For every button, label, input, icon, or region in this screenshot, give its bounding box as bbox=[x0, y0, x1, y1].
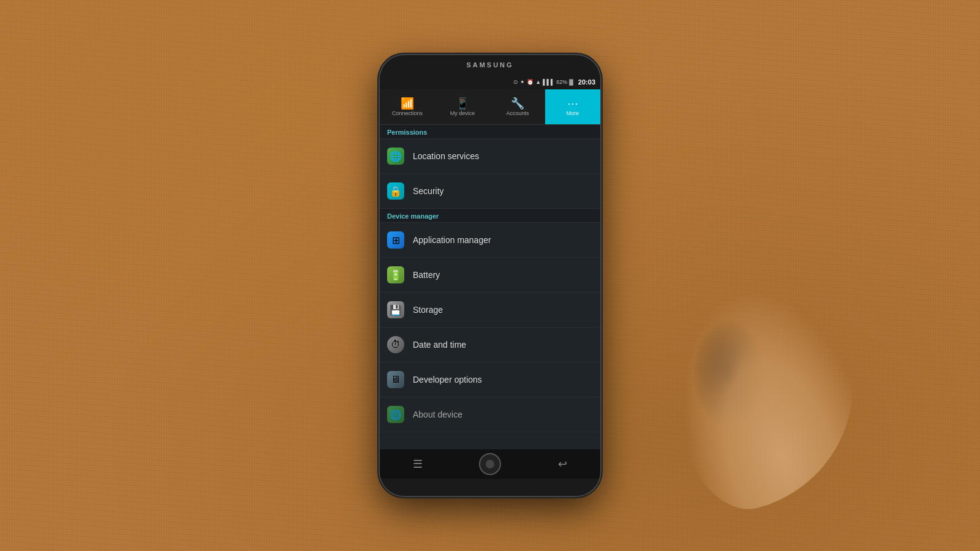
bluetooth-icon: ✦ bbox=[520, 79, 525, 85]
tab-accounts[interactable]: 🔧 Accounts bbox=[490, 89, 545, 124]
home-button[interactable] bbox=[479, 453, 501, 475]
connections-label: Connections bbox=[392, 110, 423, 116]
alarm-icon: ⏰ bbox=[527, 79, 533, 85]
battery-setting-icon: 🔋 bbox=[387, 266, 404, 283]
signal-icon: ▌▌▌ bbox=[543, 79, 554, 85]
location-services-icon: 🌐 bbox=[387, 148, 404, 165]
about-device-icon: 🌐 bbox=[387, 406, 404, 423]
date-time-icon: ⏱ bbox=[387, 336, 404, 353]
accounts-icon: 🔧 bbox=[511, 98, 524, 109]
status-icons: ⊙ ✦ ⏰ ▲ ▌▌▌ 62% ▓ bbox=[513, 79, 573, 85]
setting-item-battery[interactable]: 🔋 Battery bbox=[380, 258, 600, 293]
back-button[interactable]: ↩ bbox=[548, 452, 577, 476]
battery-percentage: 62% bbox=[556, 79, 567, 85]
setting-item-application-manager[interactable]: ⊞ Application manager bbox=[380, 223, 600, 258]
date-time-label: Date and time bbox=[413, 340, 466, 350]
status-bar: ⊙ ✦ ⏰ ▲ ▌▌▌ 62% ▓ 20:03 bbox=[380, 75, 600, 89]
developer-options-label: Developer options bbox=[413, 375, 482, 384]
tab-bar: 📶 Connections 📱 My device 🔧 Accounts ⋯ M… bbox=[380, 89, 600, 125]
samsung-logo: SAMSUNG bbox=[466, 61, 513, 69]
my-device-label: My device bbox=[450, 110, 475, 116]
application-manager-icon: ⊞ bbox=[387, 231, 404, 249]
scene: SAMSUNG ⊙ ✦ ⏰ ▲ ▌▌▌ 62% ▓ 20:03 bbox=[0, 0, 980, 551]
battery-label: Battery bbox=[413, 270, 440, 280]
about-device-label: About device bbox=[413, 410, 462, 419]
security-label: Security bbox=[413, 186, 444, 196]
tab-connections[interactable]: 📶 Connections bbox=[380, 89, 435, 124]
security-icon: 🔒 bbox=[387, 182, 404, 200]
screen: ⊙ ✦ ⏰ ▲ ▌▌▌ 62% ▓ 20:03 📶 Connections 📱 bbox=[380, 75, 600, 449]
application-manager-label: Application manager bbox=[413, 235, 491, 245]
tab-more[interactable]: ⋯ More bbox=[545, 89, 600, 124]
setting-item-location-services[interactable]: 🌐 Location services bbox=[380, 139, 600, 174]
storage-label: Storage bbox=[413, 305, 443, 315]
time-display: 20:03 bbox=[578, 78, 595, 86]
section-header-permissions: Permissions bbox=[380, 125, 600, 139]
my-device-icon: 📱 bbox=[456, 98, 469, 109]
bottom-navigation: ☰ ↩ bbox=[380, 449, 600, 479]
hand-overlay bbox=[649, 268, 882, 522]
network-icon: ▲ bbox=[535, 79, 541, 85]
settings-content: Permissions 🌐 Location services 🔒 Securi… bbox=[380, 125, 600, 449]
notification-icon: ⊙ bbox=[513, 79, 518, 85]
connections-icon: 📶 bbox=[401, 98, 414, 109]
storage-icon: 💾 bbox=[387, 301, 404, 318]
location-services-label: Location services bbox=[413, 151, 479, 161]
more-icon: ⋯ bbox=[567, 98, 578, 109]
setting-item-date-and-time[interactable]: ⏱ Date and time bbox=[380, 328, 600, 362]
tab-my-device[interactable]: 📱 My device bbox=[435, 89, 490, 124]
more-label: More bbox=[567, 110, 579, 116]
section-header-device-manager: Device manager bbox=[380, 209, 600, 223]
hand-shadow bbox=[692, 318, 766, 429]
menu-button[interactable]: ☰ bbox=[403, 452, 432, 476]
phone-bottom-bar bbox=[380, 479, 600, 496]
setting-item-security[interactable]: 🔒 Security bbox=[380, 174, 600, 209]
setting-item-about-device[interactable]: 🌐 About device bbox=[380, 397, 600, 432]
setting-item-storage[interactable]: 💾 Storage bbox=[380, 293, 600, 328]
phone: SAMSUNG ⊙ ✦ ⏰ ▲ ▌▌▌ 62% ▓ 20:03 bbox=[380, 55, 600, 496]
setting-item-developer-options[interactable]: 🖥 Developer options bbox=[380, 362, 600, 397]
phone-top-bar: SAMSUNG bbox=[380, 55, 600, 75]
battery-icon: ▓ bbox=[569, 79, 573, 85]
accounts-label: Accounts bbox=[506, 110, 529, 116]
developer-options-icon: 🖥 bbox=[387, 371, 404, 388]
